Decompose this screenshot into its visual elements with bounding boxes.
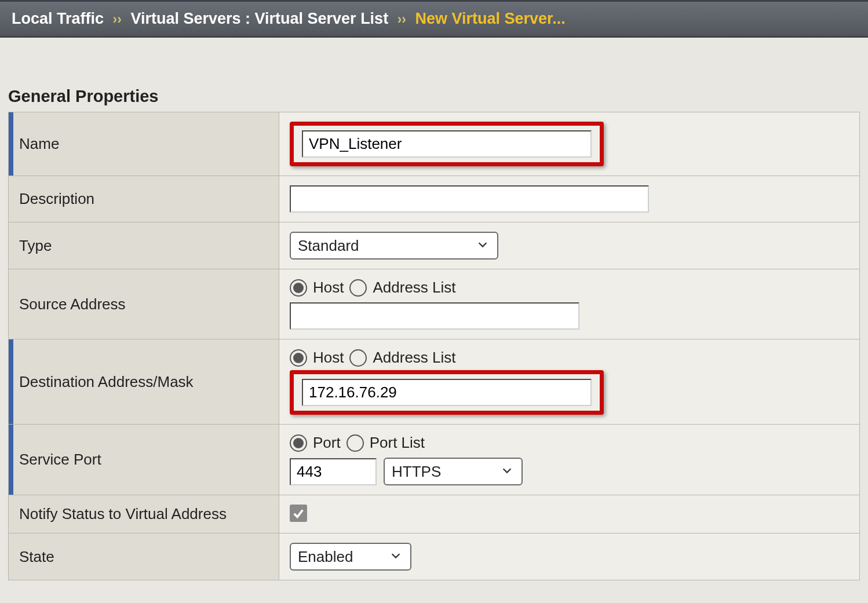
type-select[interactable]: Standard (290, 232, 498, 260)
check-icon (292, 507, 305, 520)
port-list-radio[interactable] (347, 434, 364, 452)
label-name: Name (9, 112, 279, 176)
chevron-down-icon (501, 463, 513, 481)
label-destination-address: Destination Address/Mask (9, 339, 279, 425)
destination-address-radio-group: Host Address List (290, 349, 849, 367)
label-notify-status: Notify Status to Virtual Address (9, 495, 279, 533)
label-state: State (9, 533, 279, 580)
notify-status-checkbox[interactable] (290, 505, 307, 522)
chevron-down-icon (476, 237, 489, 255)
type-select-value: Standard (298, 237, 461, 255)
label-type: Type (9, 222, 279, 269)
service-port-proto-select[interactable]: HTTPS (384, 458, 523, 485)
destination-list-radio[interactable] (349, 349, 367, 367)
state-select[interactable]: Enabled (290, 543, 411, 571)
crumb-sep-icon: ›› (393, 12, 411, 27)
source-list-radio-label: Address List (373, 279, 455, 297)
destination-host-radio-label: Host (313, 349, 344, 367)
source-address-radio-group: Host Address List (290, 279, 849, 297)
section-title: General Properties (0, 70, 868, 112)
name-input[interactable] (302, 130, 592, 158)
port-radio-label: Port (313, 434, 341, 452)
highlight-name (290, 122, 604, 166)
service-port-proto-value: HTTPS (392, 463, 486, 481)
source-address-input[interactable] (290, 302, 579, 330)
port-radio[interactable] (290, 434, 307, 452)
source-host-radio[interactable] (290, 279, 307, 297)
source-host-radio-label: Host (313, 279, 344, 297)
label-source-address: Source Address (9, 269, 279, 339)
chevron-down-icon (389, 548, 402, 566)
breadcrumb: Local Traffic ›› Virtual Servers : Virtu… (0, 0, 868, 38)
label-service-port: Service Port (9, 425, 279, 495)
state-select-value: Enabled (298, 548, 374, 566)
destination-address-input[interactable] (302, 379, 592, 406)
destination-list-radio-label: Address List (373, 349, 455, 367)
description-input[interactable] (290, 185, 649, 213)
service-port-radio-group: Port Port List (290, 434, 849, 452)
crumb-current: New Virtual Server... (415, 10, 566, 27)
label-description: Description (9, 176, 279, 222)
source-list-radio[interactable] (349, 279, 367, 297)
crumb-virtual-servers[interactable]: Virtual Servers : Virtual Server List (130, 10, 388, 27)
service-port-input[interactable] (290, 458, 377, 485)
crumb-local-traffic[interactable]: Local Traffic (12, 10, 104, 27)
highlight-destination (290, 370, 604, 415)
crumb-sep-icon: ›› (108, 12, 126, 27)
general-properties-table: Name Description Type Standard Source Ad… (8, 112, 860, 580)
port-list-radio-label: Port List (370, 434, 425, 452)
destination-host-radio[interactable] (290, 349, 307, 367)
